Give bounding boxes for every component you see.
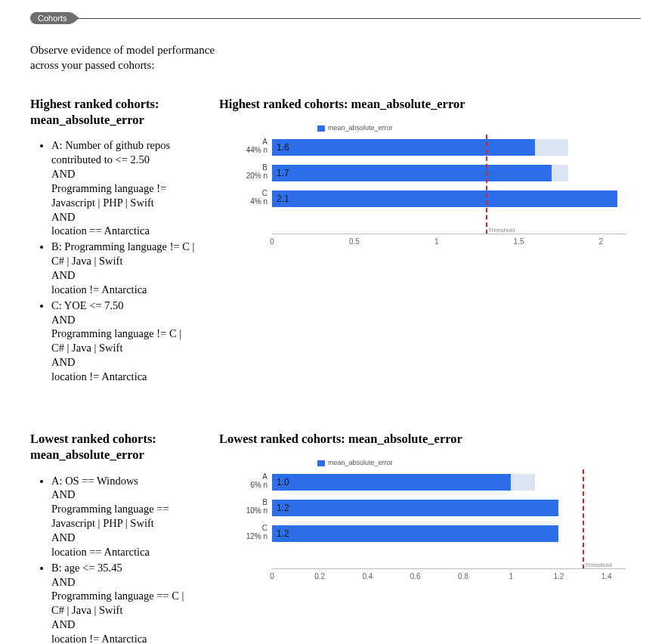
y-tick-label: C4% n	[222, 189, 272, 206]
lowest-right-title: Lowest ranked cohorts: mean_absolute_err…	[219, 431, 641, 447]
cohort-line: AND	[51, 618, 196, 632]
cohort-line: AND	[51, 210, 196, 224]
x-tick-label: 1.2	[554, 572, 564, 581]
lowest-section: Lowest ranked cohorts: mean_absolute_err…	[30, 431, 641, 644]
highest-right-title: Highest ranked cohorts: mean_absolute_er…	[219, 96, 641, 112]
x-tick-label: 1.4	[601, 572, 612, 581]
cohort-line: AND	[51, 488, 196, 502]
cohort-line: location == Antarctica	[51, 545, 196, 559]
chart-legend: mean_absolute_error	[317, 124, 393, 132]
bar	[272, 139, 535, 156]
y-tick-label: B10% n	[222, 498, 272, 515]
cohort-item: C: YOE <= 7.50ANDProgramming language !=…	[51, 299, 196, 384]
highest-chart: mean_absolute_errorA44% n1.6B20% n1.7C4%…	[219, 135, 641, 248]
cohort-line: Programming language == Javascript | PHP…	[51, 502, 196, 531]
x-tick-label: 1	[509, 572, 513, 581]
bar	[272, 500, 558, 516]
cohort-line: AND	[51, 355, 196, 370]
x-tick-label: 0	[270, 237, 274, 246]
cohort-line: C: YOE <= 7.50	[51, 299, 196, 313]
cohort-line: A: Number of github repos contributed to…	[51, 138, 196, 167]
cohort-item: B: Programming language != C | C# | Java…	[51, 240, 196, 296]
x-axis	[272, 234, 626, 234]
bar	[272, 525, 558, 542]
cohort-line: AND	[51, 167, 196, 181]
cohort-line: location == Antarctica	[51, 224, 196, 238]
plot-area: A6% n1.0B10% n1.2C12% n1.2Threshold00.20…	[272, 469, 626, 569]
cohort-line: Programming language != C | C# | Java | …	[51, 327, 196, 355]
cohort-line: AND	[51, 575, 196, 590]
cohort-line: B: Programming language != C | C# | Java…	[51, 240, 196, 268]
cohort-line: AND	[51, 313, 196, 327]
cohort-line: AND	[51, 531, 196, 545]
bar-value-label: 1.2	[272, 500, 289, 516]
threshold-line	[583, 469, 584, 569]
x-tick-label: 1.5	[514, 237, 524, 246]
bar-value-label: 1.7	[272, 165, 289, 181]
intro-text: Observe evidence of model performance ac…	[30, 42, 242, 73]
cohort-line: Programming language == C | C# | Java | …	[51, 589, 196, 618]
highest-cohort-list: A: Number of github repos contributed to…	[30, 138, 196, 383]
bar-value-label: 1.6	[272, 139, 289, 156]
cohort-line: A: OS == Windows	[51, 474, 196, 488]
threshold-label: Threshold	[486, 227, 515, 234]
chart-legend: mean_absolute_error	[317, 459, 393, 466]
cohort-line: B: age <= 35.45	[51, 561, 196, 575]
legend-swatch-icon	[317, 460, 325, 466]
x-axis	[272, 568, 626, 569]
legend-swatch-icon	[317, 125, 325, 132]
highest-left-title: Highest ranked cohorts: mean_absolute_er…	[30, 96, 196, 128]
bar	[272, 165, 552, 181]
divider	[78, 18, 641, 19]
y-tick-label: A44% n	[222, 138, 272, 154]
lowest-chart: mean_absolute_errorA6% n1.0B10% n1.2C12%…	[219, 469, 641, 583]
x-tick-label: 0.6	[410, 572, 421, 581]
lowest-cohort-list: A: OS == WindowsANDProgramming language …	[30, 474, 196, 644]
cohort-line: location != Antarctica	[51, 370, 196, 384]
section-tag-row: Cohorts	[30, 12, 641, 24]
cohort-item: A: OS == WindowsANDProgramming language …	[51, 474, 196, 559]
bar	[272, 190, 617, 207]
x-tick-label: 0.4	[363, 572, 373, 581]
x-tick-label: 1	[434, 237, 439, 246]
bar-value-label: 1.2	[272, 525, 289, 542]
cohort-line: location != Antarctica	[51, 632, 196, 644]
threshold-label: Threshold	[583, 562, 612, 568]
threshold-line	[486, 135, 487, 234]
bar-value-label: 1.0	[272, 474, 289, 491]
x-tick-label: 0.5	[349, 237, 360, 246]
cohort-item: B: age <= 35.45ANDProgramming language =…	[51, 561, 196, 644]
lowest-left-title: Lowest ranked cohorts: mean_absolute_err…	[30, 431, 196, 463]
cohort-line: Programming language != Javascript | PHP…	[51, 181, 196, 210]
x-tick-label: 0	[270, 572, 274, 581]
plot-area: A44% n1.6B20% n1.7C4% n2.1Threshold00.51…	[272, 135, 626, 234]
cohort-line: AND	[51, 268, 196, 283]
bar-value-label: 2.1	[272, 190, 289, 207]
cohort-line: location != Antarctica	[51, 283, 196, 297]
y-tick-label: B20% n	[222, 163, 272, 180]
section-tag: Cohorts	[30, 12, 75, 24]
y-tick-label: C12% n	[222, 524, 272, 540]
cohort-item: A: Number of github repos contributed to…	[51, 138, 196, 238]
x-tick-label: 2	[599, 237, 604, 246]
x-tick-label: 0.8	[458, 572, 468, 581]
bar	[272, 474, 511, 491]
y-tick-label: A6% n	[222, 472, 272, 489]
x-tick-label: 0.2	[314, 572, 325, 581]
highest-section: Highest ranked cohorts: mean_absolute_er…	[30, 96, 641, 385]
